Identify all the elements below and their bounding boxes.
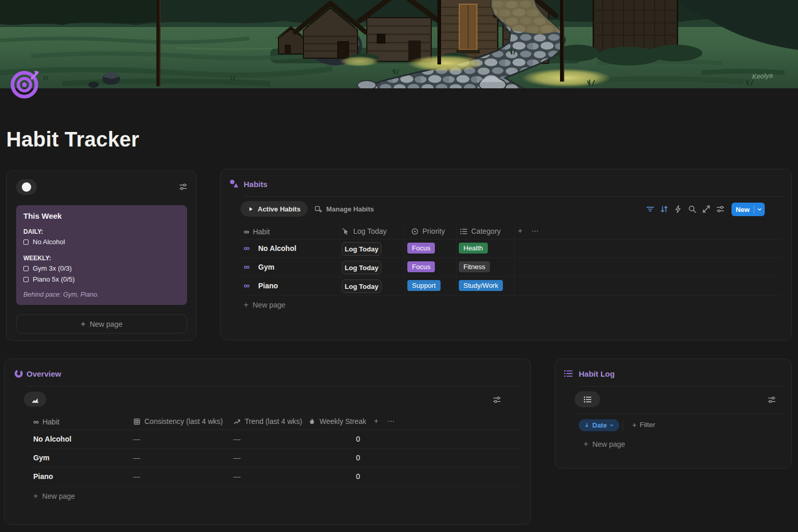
daily-label: DAILY: xyxy=(23,228,180,235)
chevron-down-icon[interactable] xyxy=(754,207,765,212)
streak-value: 0 xyxy=(308,454,360,462)
settings-sliders-icon[interactable] xyxy=(716,205,725,214)
sort-date-chip[interactable]: Date xyxy=(579,419,619,431)
log-today-button[interactable]: Log Today xyxy=(342,261,381,274)
habit-name[interactable]: Piano xyxy=(33,472,53,481)
table-row: ∞ Gym Log Today Focus Fitness xyxy=(240,258,782,277)
habit-log-section-title[interactable]: Habit Log xyxy=(579,369,615,378)
category-tag[interactable]: Health xyxy=(459,243,488,254)
add-column-button[interactable]: + xyxy=(518,227,522,234)
plus-icon: + xyxy=(632,421,636,429)
cover-image: Keolya xyxy=(0,0,798,88)
plus-icon: + xyxy=(244,300,248,310)
page-title: Habit Tracker xyxy=(6,127,139,152)
log-today-button[interactable]: Log Today xyxy=(342,242,381,256)
column-header-habit[interactable]: ∞ Habit xyxy=(33,417,59,426)
habit-page-icon: ∞ xyxy=(244,243,249,254)
lamp-light-pool xyxy=(522,69,611,87)
habit-name[interactable]: Piano xyxy=(258,282,278,290)
habit-name[interactable]: No Alcohol xyxy=(258,244,296,252)
table-row: ∞ Piano Log Today Support Study/Work xyxy=(240,277,782,296)
chevron-down-icon xyxy=(609,423,614,428)
habits-section-title[interactable]: Habits xyxy=(244,180,268,189)
overview-table-header: ∞ Habit Consistency (last 4 wks) Trend (… xyxy=(28,414,522,430)
artist-signature: Keolya xyxy=(752,71,773,81)
settings-sliders-icon[interactable] xyxy=(493,395,501,404)
consistency-value: — xyxy=(133,454,140,462)
trend-value: — xyxy=(233,454,241,462)
this-week-callout[interactable]: This Week DAILY: No Alcohol WEEKLY: Gym … xyxy=(16,205,187,305)
streak-value: 0 xyxy=(308,472,360,481)
habits-table-header: ∞ Habit Log Today Priority Category + ⋯ xyxy=(240,224,782,240)
search-icon[interactable] xyxy=(688,205,697,214)
filter-icon[interactable] xyxy=(646,205,655,214)
add-column-button[interactable]: + xyxy=(374,417,378,424)
table-row: ∞ No Alcohol Log Today Focus Health xyxy=(240,240,782,258)
weekly-item: Gym 3x (0/3) xyxy=(23,264,180,273)
chart-view-button[interactable] xyxy=(24,392,46,407)
expand-icon[interactable] xyxy=(702,205,711,214)
column-header-habit[interactable]: ∞ Habit xyxy=(244,227,270,236)
column-header-trend[interactable]: Trend (last 4 wks) xyxy=(233,417,302,425)
consistency-value: — xyxy=(133,435,140,443)
infinity-icon: ∞ xyxy=(244,227,249,236)
sort-icon[interactable] xyxy=(660,205,669,214)
streak-value: 0 xyxy=(308,435,360,443)
behind-pace-note: Behind pace: Gym, Piano. xyxy=(23,291,180,298)
column-header-log-today[interactable]: Log Today xyxy=(342,227,387,235)
flame-icon xyxy=(308,418,316,425)
habit-name[interactable]: Gym xyxy=(33,454,49,462)
overview-database-card: Overview ∞ Habit Consistency (last 4 wks… xyxy=(4,358,531,525)
list-view-button[interactable] xyxy=(575,391,600,407)
manage-icon xyxy=(314,205,322,213)
trend-line-icon xyxy=(233,418,241,425)
plus-icon: + xyxy=(33,491,38,501)
category-tag[interactable]: Fitness xyxy=(459,261,490,272)
new-page-row[interactable]: + New page xyxy=(583,440,625,449)
more-options-button[interactable]: ⋯ xyxy=(388,417,395,424)
log-today-button[interactable]: Log Today xyxy=(342,280,381,293)
tab-manage-habits[interactable]: Manage Habits xyxy=(314,201,374,217)
new-button[interactable]: New xyxy=(732,203,765,216)
page-icon-target[interactable] xyxy=(10,69,41,99)
habits-database-card: Habits Active Habits Manage Habits xyxy=(220,169,792,340)
column-header-consistency[interactable]: Consistency (last 4 wks) xyxy=(133,417,223,425)
daily-item: No Alcohol xyxy=(23,237,180,246)
more-options-button[interactable]: ⋯ xyxy=(531,227,539,234)
habit-name[interactable]: Gym xyxy=(258,263,274,271)
column-header-weekly-streak[interactable]: Weekly Streak xyxy=(308,417,366,425)
new-page-row[interactable]: + New page xyxy=(33,491,75,501)
trend-value: — xyxy=(233,435,241,443)
chart-icon xyxy=(31,395,39,404)
tab-active-habits[interactable]: Active Habits xyxy=(241,201,308,217)
priority-tag[interactable]: Focus xyxy=(407,261,435,272)
play-icon xyxy=(248,206,254,212)
checkbox-icon xyxy=(23,277,29,282)
category-tag[interactable]: Study/Work xyxy=(459,280,503,291)
priority-tag[interactable]: Focus xyxy=(407,243,435,254)
lamp-light-pool xyxy=(407,55,484,72)
checkbox-icon xyxy=(23,266,29,271)
arrow-down-icon xyxy=(584,422,590,428)
new-page-row[interactable]: + New page xyxy=(244,300,285,310)
weekly-item: Piano 5x (0/5) xyxy=(23,275,180,284)
circle-dot-icon xyxy=(411,228,419,235)
habit-name[interactable]: No Alcohol xyxy=(33,435,71,443)
view-toggle-pill[interactable] xyxy=(16,179,37,195)
overview-section-title[interactable]: Overview xyxy=(26,369,61,378)
bullet-list-icon xyxy=(460,228,468,235)
settings-sliders-icon[interactable] xyxy=(767,395,776,404)
priority-tag[interactable]: Support xyxy=(407,280,441,291)
plus-icon: + xyxy=(81,320,85,328)
automations-bolt-icon[interactable] xyxy=(674,205,683,214)
settings-sliders-icon[interactable] xyxy=(179,182,188,191)
column-header-priority[interactable]: Priority xyxy=(411,227,445,235)
grid-icon xyxy=(133,418,141,425)
table-row: Piano — — 0 xyxy=(28,468,522,486)
column-header-category[interactable]: Category xyxy=(460,227,501,235)
habit-page-icon: ∞ xyxy=(244,262,249,272)
list-icon xyxy=(564,369,573,378)
donut-chart-icon xyxy=(14,369,23,378)
add-filter-button[interactable]: + Filter xyxy=(632,421,655,429)
new-page-button[interactable]: + New page xyxy=(16,314,187,334)
